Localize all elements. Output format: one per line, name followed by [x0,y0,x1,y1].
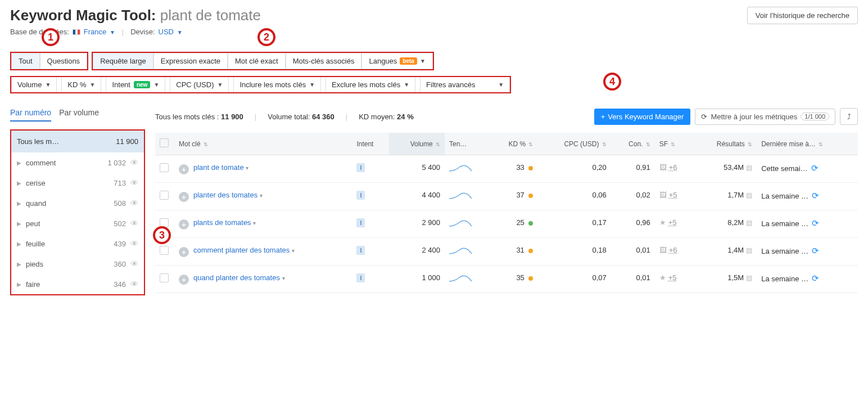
filter-volume[interactable]: Volume▼ [11,77,57,92]
col-con[interactable]: Con. ⇅ [611,133,655,155]
filter-intent[interactable]: Intentnew▼ [106,77,165,92]
update-metrics-button[interactable]: ⟳Mettre à jour les métriques1/1 000 [695,109,835,125]
page-indicator: 1/1 000 [801,113,829,120]
sidebar-item[interactable]: ▶faire346👁 [11,274,144,294]
cell-kd: 37 [490,183,538,210]
add-keyword-button[interactable]: + [179,192,189,202]
col-volume[interactable]: Volume ⇅ [389,133,445,155]
history-button[interactable]: Voir l'historique de recherche [747,7,858,24]
filter-exclude[interactable]: Exclure les mots clés▼ [326,77,415,92]
keyword-link[interactable]: planter des tomates ▾ [193,191,263,199]
sidebar-tab-by-volume[interactable]: Par volume [59,108,99,122]
tab-all[interactable]: Tout [11,53,40,69]
sidebar-item-label: comment [26,159,94,167]
intent-badge: I [356,163,365,172]
tab-broad[interactable]: Requête large [93,53,153,69]
tab-exact-expression[interactable]: Expression exacte [153,53,228,69]
refresh-row-icon[interactable]: ⟳ [812,246,819,256]
chevron-down-icon: ▼ [498,82,504,88]
chevron-right-icon: ▶ [17,241,21,247]
cell-sf[interactable]: 🖼+6 [659,163,689,172]
filter-advanced[interactable]: Filtres avancés▼ [420,77,510,92]
sidebar-all-keywords[interactable]: Tous les m… 11 900 [11,131,144,152]
sidebar-item[interactable]: ▶quand508👁 [11,193,144,213]
eye-icon[interactable]: 👁 [130,259,138,268]
tab-exact-keyword[interactable]: Mot clé exact [228,53,286,69]
cell-sf[interactable]: ★+5 [659,218,689,227]
cell-sf[interactable]: 🖼+5 [659,191,689,199]
sidebar-item-label: quand [26,199,94,208]
sidebar-item[interactable]: ▶comment1 032👁 [11,152,144,173]
sidebar-item[interactable]: ▶peut502👁 [11,213,144,233]
tab-languages[interactable]: Langues beta ▼ [361,53,432,69]
sidebar-tab-by-number[interactable]: Par numéro [10,108,51,122]
col-keyword[interactable]: Mot clé ⇅ [174,133,352,155]
add-keyword-button[interactable]: + [179,164,189,174]
tab-questions[interactable]: Questions [40,53,88,69]
refresh-row-icon[interactable]: ⟳ [812,273,819,284]
keyword-link[interactable]: plant de tomate ▾ [193,163,248,172]
chevron-down-icon: ▼ [404,82,409,88]
sidebar-item[interactable]: ▶cerise713👁 [11,173,144,193]
serp-feature-icon: ★ [659,218,666,227]
sidebar-item-count: 713 [99,179,126,187]
keyword-link[interactable]: plants de tomates ▾ [193,218,256,227]
cell-sf[interactable]: 🖼+6 [659,246,689,254]
col-results[interactable]: Résultats ⇅ [693,133,757,155]
cell-kd: 33 [490,155,538,183]
col-updated[interactable]: Dernière mise à… ⇅ [757,133,858,155]
stat-avg-kd: KD moyen: 24 % [359,113,414,121]
filter-include[interactable]: Inclure les mots clés▼ [233,77,321,92]
refresh-row-icon[interactable]: ⟳ [811,163,819,173]
eye-icon[interactable]: 👁 [130,199,138,208]
eye-icon[interactable]: 👁 [130,239,138,248]
cell-updated: La semaine … [761,275,808,283]
flag-france-icon [73,29,80,35]
currency-dropdown[interactable]: USD ▼ [159,28,183,36]
add-keyword-button[interactable]: + [179,247,189,257]
serp-feature-icon: 🖼 [659,163,667,172]
refresh-row-icon[interactable]: ⟳ [812,218,819,228]
sort-icon: ⇅ [671,142,675,147]
refresh-row-icon[interactable]: ⟳ [812,191,819,201]
table-row: +plant de tomate ▾I5 40033 0,200,91🖼+653… [155,155,858,183]
serp-feature-icon: 🖼 [659,246,667,254]
col-sf[interactable]: SF ⇅ [655,133,693,155]
stat-total-keywords: Tous les mots clés : 11 900 [155,113,243,121]
sidebar-item[interactable]: ▶feuille439👁 [11,233,144,254]
row-checkbox[interactable] [160,191,169,200]
col-kd[interactable]: KD % ⇅ [490,133,538,155]
cell-results: 1,4M ▤ [698,246,752,254]
keyword-link[interactable]: comment planter des tomates ▾ [193,246,295,254]
keyword-link[interactable]: quand planter des tomates ▾ [193,273,285,282]
add-keyword-button[interactable]: + [179,219,189,230]
col-cpc[interactable]: CPC (USD) ⇅ [537,133,611,155]
eye-icon[interactable]: 👁 [130,178,138,187]
tab-related[interactable]: Mots-clés associés [286,53,362,69]
eye-icon[interactable]: 👁 [130,280,138,289]
add-keyword-button[interactable]: + [179,275,189,285]
to-keyword-manager-button[interactable]: +Vers Keyword Manager [594,109,691,125]
row-checkbox[interactable] [160,246,169,255]
chevron-right-icon: ▶ [17,261,21,267]
cell-cpc: 0,20 [537,155,611,183]
db-country-dropdown[interactable]: France ▼ [84,28,115,36]
eye-icon[interactable]: 👁 [130,158,138,167]
row-checkbox[interactable] [160,163,169,172]
col-trend[interactable]: Ten… [445,133,490,155]
select-all-checkbox[interactable] [160,138,169,147]
cell-updated: La semaine … [761,219,808,228]
sidebar-item[interactable]: ▶pieds360👁 [11,254,144,274]
filter-kd[interactable]: KD %▼ [61,77,101,92]
sort-icon: ⇅ [204,142,208,147]
row-checkbox[interactable] [160,273,169,282]
export-button[interactable]: ⤴ [840,108,858,125]
col-intent[interactable]: Intent [352,133,389,155]
table-row: +plants de tomates ▾I2 90025 0,170,96★+5… [155,210,858,238]
filter-cpc[interactable]: CPC (USD)▼ [170,77,229,92]
sidebar-item-count: 360 [99,260,126,268]
eye-icon[interactable]: 👁 [130,219,138,228]
plus-icon: + [601,113,605,121]
serp-feature-icon: 🖼 [659,191,667,199]
cell-sf[interactable]: ★+5 [659,273,689,282]
